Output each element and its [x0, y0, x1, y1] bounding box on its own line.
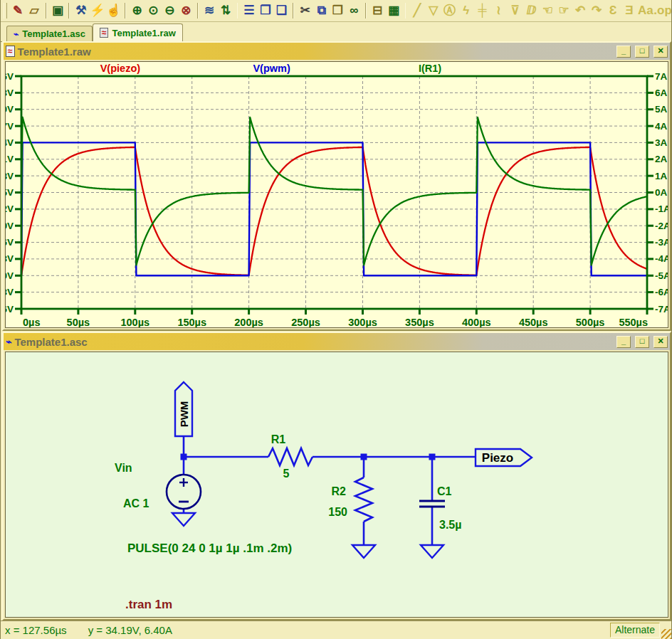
zoom-out-button[interactable]: ⊖	[162, 2, 178, 19]
left-axis-tick-label: 27V	[6, 121, 14, 132]
x-axis-tick-label: 500µs	[576, 317, 605, 328]
trace-v-piezo[interactable]	[21, 147, 647, 275]
copy-button[interactable]: ⧉	[313, 2, 330, 19]
maximize-button[interactable]: □	[635, 46, 649, 58]
vin-ac-value[interactable]: AC 1	[123, 497, 149, 509]
close-button[interactable]: ✕	[653, 46, 668, 58]
left-axis-tick-label: -3V	[6, 287, 14, 297]
ground-symbol	[172, 513, 195, 526]
resistor-r2[interactable]: R2 150	[328, 477, 372, 522]
rotate-button: Ǝ	[621, 2, 637, 19]
right-axis-tick-label: 6A	[655, 88, 668, 98]
legend-vpwm[interactable]: V(pwm)	[253, 63, 290, 74]
print-preview-button[interactable]: ⊟	[369, 2, 386, 19]
left-axis-tick-label: 9V	[6, 221, 14, 231]
toolbar-separator	[68, 3, 70, 19]
close-button[interactable]: ✕	[653, 336, 668, 348]
left-axis-tick-label: 12V	[6, 204, 14, 214]
schematic-window-title: Template1.asc	[14, 336, 612, 348]
tab-label: Template1.raw	[112, 28, 175, 38]
right-axis-tick-label: -4A	[655, 253, 668, 264]
tile-horizontal-button[interactable]: ☰	[241, 2, 257, 19]
tab-template1-raw[interactable]: ≈ Template1.raw	[93, 23, 183, 41]
zoom-in-button[interactable]: ⊕	[129, 2, 145, 19]
capacitor-tool-button: ╪	[474, 2, 490, 19]
minimize-button[interactable]: _	[616, 336, 631, 348]
r1-value[interactable]: 5	[283, 468, 290, 480]
cursor-y-readout: y = 34.19V, 6.40A	[88, 624, 172, 636]
ltspice-app: ✎▱▣⚒⚡☝⊕⊙⊖⊗≋⇅☰❐❑✂⧉❒∞⊟▦╱▽Ⓐϟ╪≀⊽ⅅ☜☞↶↷ƐƎAa.op…	[0, 0, 672, 639]
cursor-x-readout: x = 127.56µs	[5, 624, 67, 636]
waveform-file-icon: ≈	[100, 28, 109, 38]
cascade-button[interactable]: ❑	[273, 2, 290, 19]
r1-name[interactable]: R1	[271, 433, 286, 445]
vin-pulse-value[interactable]: PULSE(0 24 0 1µ 1µ .1m .2m)	[127, 542, 292, 555]
find-button[interactable]: ∞	[346, 2, 362, 19]
tab-template1-asc[interactable]: ⌁ Template1.asc	[6, 26, 93, 41]
right-axis-tick-label: -1A	[655, 204, 668, 214]
waveform-window-titlebar[interactable]: ≈ Template1.raw _ □ ✕	[4, 43, 670, 60]
x-axis-tick-label: 50µs	[67, 317, 90, 328]
left-axis-tick-label: 3V	[6, 253, 14, 264]
save-button[interactable]: ▣	[50, 2, 66, 19]
tran-directive[interactable]: .tran 1m	[125, 598, 172, 611]
cut-button[interactable]: ✂	[297, 2, 313, 19]
trace-v-pwm[interactable]	[21, 142, 647, 275]
waveform-plot[interactable]: 36V33V30V27V24V21V18V15V12V9V6V3V0V-3V-6…	[6, 62, 668, 328]
print-button[interactable]: ▦	[386, 2, 402, 19]
r2-value[interactable]: 150	[328, 506, 347, 518]
junction-dot	[429, 454, 436, 460]
right-axis-tick-label: -2A	[655, 221, 668, 231]
zoom-full-button[interactable]: ⊗	[178, 2, 194, 19]
c1-value[interactable]: 3.5µ	[439, 519, 461, 531]
control-panel-button[interactable]: ⚒	[73, 2, 89, 19]
left-axis-tick-label: 18V	[6, 171, 14, 181]
resistor-tool-button: ϟ	[458, 2, 474, 19]
tab-label: Template1.asc	[22, 28, 85, 39]
vin-name[interactable]: Vin	[115, 462, 132, 474]
waveform-window-title: Template1.raw	[18, 46, 612, 58]
toolbar-separator	[197, 3, 199, 19]
wires[interactable]	[184, 436, 476, 545]
open-button[interactable]: ▱	[26, 2, 43, 19]
zoom-fit-button[interactable]: ⊙	[145, 2, 162, 19]
legend-ir1[interactable]: I(R1)	[419, 63, 441, 74]
voltage-source-vin[interactable]: Vin AC 1 PULSE(0 24 0 1µ 1µ .1m .2m)	[115, 462, 292, 555]
plot-settings-button[interactable]: ≋	[201, 2, 218, 19]
text-tool-button: Aa	[637, 2, 653, 19]
schematic-window-titlebar[interactable]: ⌁ Template1.asc _ □ ✕	[4, 333, 670, 350]
legend-vpiezo[interactable]: V(piezo)	[100, 63, 141, 74]
c1-name[interactable]: C1	[437, 485, 452, 497]
toolbar-separator	[293, 3, 294, 19]
net-flag-pwm[interactable]: PWM	[175, 382, 192, 436]
right-axis-tick-label: -3A	[655, 237, 668, 248]
run-button[interactable]: ⚡	[89, 2, 105, 19]
new-schematic-button[interactable]: ✎	[10, 2, 26, 19]
r2-name[interactable]: R2	[332, 485, 347, 497]
tile-vertical-button[interactable]: ❐	[257, 2, 273, 19]
capacitor-c1[interactable]: C1 3.5µ	[419, 485, 461, 531]
junction-dot	[361, 454, 367, 460]
waveform-window: ≈ Template1.raw _ □ ✕ 36V33V30V27V24V21V…	[2, 41, 671, 331]
net-flag-piezo[interactable]: Piezo	[476, 449, 532, 466]
waveform-plot-pane[interactable]: 36V33V30V27V24V21V18V15V12V9V6V3V0V-3V-6…	[5, 61, 668, 328]
autorange-button[interactable]: ⇅	[218, 2, 234, 19]
resistor-r1[interactable]: R1 5	[268, 433, 313, 480]
toolbar-separator	[46, 3, 47, 19]
undo-button: ↶	[572, 2, 589, 19]
schematic-canvas[interactable]: PWM Piezo R1 5 R2 150	[6, 352, 668, 618]
net-flag-piezo-label[interactable]: Piezo	[482, 451, 513, 465]
inductor-tool-button: ≀	[490, 2, 507, 19]
right-axis-tick-label: 7A	[655, 71, 668, 82]
trace-i-r1[interactable]	[21, 117, 647, 265]
maximize-button[interactable]: □	[635, 336, 649, 348]
resize-grip[interactable]	[661, 629, 671, 639]
x-axis-tick-label: 350µs	[405, 317, 434, 328]
left-axis-tick-label: 6V	[6, 237, 14, 248]
x-axis-tick-label: 150µs	[177, 317, 206, 328]
minimize-button[interactable]: _	[616, 46, 631, 58]
paste-button[interactable]: ❒	[330, 2, 346, 19]
left-axis-tick-label: 24V	[6, 137, 14, 148]
x-axis-tick-label: 200µs	[234, 317, 263, 328]
net-flag-pwm-label[interactable]: PWM	[178, 401, 190, 428]
